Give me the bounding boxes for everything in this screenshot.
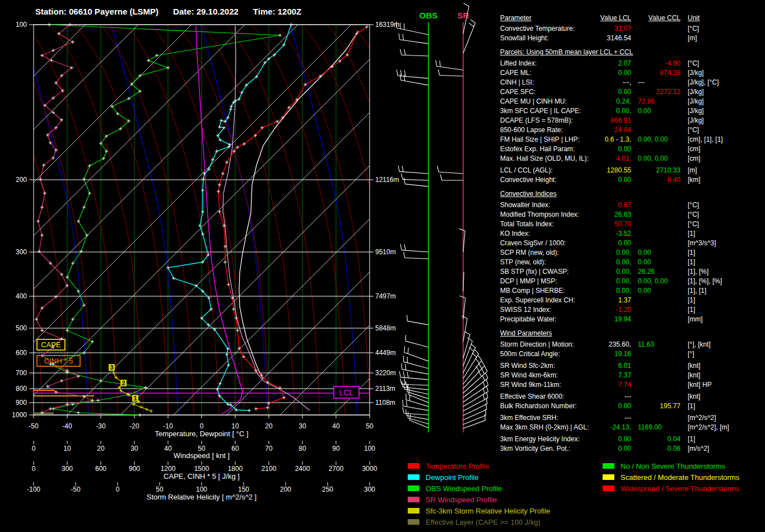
legend-item: No / Non Severe Thunderstorms — [603, 460, 739, 472]
param-label-cell: Max 3km SRH (0-2km) | AGL: — [500, 423, 596, 432]
table-row: CAPE SFC:0.002272.12[J/kg] — [500, 87, 765, 97]
axis-tick-label: -100 — [27, 486, 40, 493]
value-lcl-cell: 0.00 — [596, 402, 631, 411]
table-row: SB STP (fix) | CWASP:0.00,26.26[1], [%] — [500, 267, 765, 277]
value-ccl-cell — [631, 371, 680, 380]
value-lcl: 0.00, — [616, 277, 631, 285]
param-label: 3km Effective SRH: — [500, 414, 558, 422]
value-lcl-cell: 0.00, — [596, 258, 631, 267]
axis-tick-label: 900 — [129, 465, 140, 473]
value-lcl-cell: 31.07 — [596, 24, 631, 34]
value-lcl: 0.00 — [618, 435, 631, 443]
unit-label: [knt] — [688, 393, 701, 400]
unit-cell: [knt] HP — [680, 380, 712, 390]
unit-cell: [1] — [680, 435, 695, 444]
value-ccl: 0.00 — [655, 155, 668, 162]
param-label: Lifted Index: — [500, 59, 537, 67]
param-label-cell: CINH | LSI: — [500, 78, 596, 87]
axis-tick-label: 1500 — [194, 465, 209, 473]
value-ccl-cell — [631, 361, 680, 371]
value-lcl: 0.00, — [616, 268, 631, 276]
param-label-cell: Snowfall Height: — [500, 34, 596, 43]
axis-title: Temperature, Dewpoint [ °C ] — [155, 430, 248, 438]
legend-label: Sfc-3km Storm Relative Helicity Profile — [426, 507, 551, 515]
unit-cell: [km] — [680, 175, 701, 185]
value-lcl: 6.01 — [618, 362, 631, 370]
axis-title: Storm Relative Helicity [ m^2/s^2 ] — [147, 493, 256, 501]
table-row: SR Wind 9km-11km:7.74[knt] HP — [500, 380, 765, 390]
unit-cell: [1], [1] — [680, 286, 706, 296]
table-row: Effective Shear 6000:---[knt] — [500, 392, 765, 402]
axis-tick-label: 80 — [298, 445, 306, 452]
pressure-tick-label: 700 — [16, 369, 27, 377]
value-ccl-cell — [631, 413, 680, 423]
value-ccl-cell: 0.00, 0.00 — [631, 135, 680, 144]
table-row: MB Comp | SHERBE:0.00,0.00[1], [1] — [500, 286, 765, 296]
param-label-cell: Estofex Exp. Hail Param: — [500, 144, 596, 154]
unit-cell: [°] — [680, 349, 694, 359]
legend-swatch-icon — [408, 519, 419, 525]
unit-label: [1] — [688, 402, 695, 410]
value-ccl-cell: 0.00 — [631, 106, 680, 116]
value-lcl-cell: 0.00 — [596, 87, 631, 97]
param-label: SB STP (fix) | CWASP: — [500, 268, 568, 276]
bottom-axis-3: -100-50050100150200250300Storm Relative … — [27, 482, 375, 501]
param-label: KO Index: — [500, 230, 530, 237]
value-ccl-cell — [631, 24, 680, 34]
param-label: 3km SFC CAPE | IL CAPE: — [500, 107, 581, 115]
pressure-tick-label: 200 — [16, 176, 27, 184]
value-lcl: -24.13, — [610, 423, 631, 431]
unit-label: [knt] — [688, 362, 701, 370]
value-lcl-cell: 50.70 — [596, 220, 631, 229]
param-label-cell: 3km Energy Helicity Index: — [500, 435, 596, 444]
axis-tick-label: 2700 — [329, 465, 344, 473]
svg-text:3: 3 — [110, 365, 114, 371]
param-label-cell: SR Wind Sfc-2km: — [500, 361, 596, 371]
table-row: Max. Hail Size (OLD, MU, IL):4.01,0.00, … — [500, 154, 765, 164]
axis-tick-label: 1200 — [161, 465, 176, 473]
table-row: 3km Effective SRH:---[m^2/s^2] — [500, 413, 765, 423]
table-row: DCP | MMP | MSP:0.00,0.00, 0.00[1], [%],… — [500, 277, 765, 286]
unit-label: [knt] — [688, 371, 701, 379]
value-ccl-cell — [631, 125, 680, 135]
unit-cell: [1], [%] — [680, 267, 708, 277]
value-lcl-cell: 866.81 — [596, 116, 631, 125]
value-lcl-cell: 1280.55 — [596, 166, 631, 175]
value-lcl-cell: 0.00 — [596, 68, 631, 78]
param-label: Effective Shear 6000: — [500, 393, 565, 400]
axis-tick-label: 300 — [364, 486, 375, 493]
value-lcl: 0.24, — [616, 97, 631, 105]
axis-tick-label: 70 — [265, 445, 273, 452]
unit-label: [°], [knt] — [688, 340, 711, 348]
axis-tick-label: 2400 — [295, 465, 310, 473]
legend-swatch-icon — [408, 508, 419, 514]
unit-cell: [cm] — [680, 144, 701, 154]
value-lcl-cell: 24.84 — [596, 125, 631, 135]
unit-cell: [J/kg], [°C] — [680, 78, 719, 87]
axis-tick-label: 1800 — [228, 465, 243, 473]
sounding-screen: Station: 06610 Payerne (LSMP)Date: 29.10… — [0, 0, 765, 532]
unit-label: [°C] — [688, 201, 699, 209]
unit-cell: [knt] — [680, 361, 701, 371]
value-ccl-cell — [631, 296, 680, 305]
value-lcl: --- — [624, 414, 631, 422]
altitude-label: 1108m — [375, 399, 395, 407]
unit-label: [°C] — [688, 59, 699, 67]
obs-wind-profile — [48, 23, 282, 417]
table-row: SCP RM (new, old):0.00,0.00[1] — [500, 248, 765, 258]
value-lcl-cell: -24.13, — [596, 423, 631, 432]
unit-cell: [J/kg] — [680, 116, 704, 125]
value-ccl: 0.00 — [638, 249, 651, 256]
table-row: LCL / CCL (AGL):1280.552710.33[m] — [500, 166, 765, 175]
param-label: 500m Critical Angle: — [500, 350, 560, 358]
axis-tick-label: 40 — [164, 445, 172, 452]
altitude-label: 16319m — [375, 21, 399, 29]
table-row: FM Hail Size | SHIP | LHP:0.6 - 1.3,0.00… — [500, 135, 765, 144]
pressure-tick-label: 1000 — [12, 411, 27, 419]
legend-item: Effective Layer (CAPE >= 100 J/kg) — [408, 516, 551, 528]
table-row: Convective Height:0.008.40[km] — [500, 175, 765, 185]
param-label-cell: KO Index: — [500, 229, 596, 239]
legend-item: Scattered / Moderate Thunderstorms — [603, 472, 739, 483]
unit-cell: [m] — [680, 34, 697, 43]
axis-tick-label: -10 — [163, 422, 173, 430]
